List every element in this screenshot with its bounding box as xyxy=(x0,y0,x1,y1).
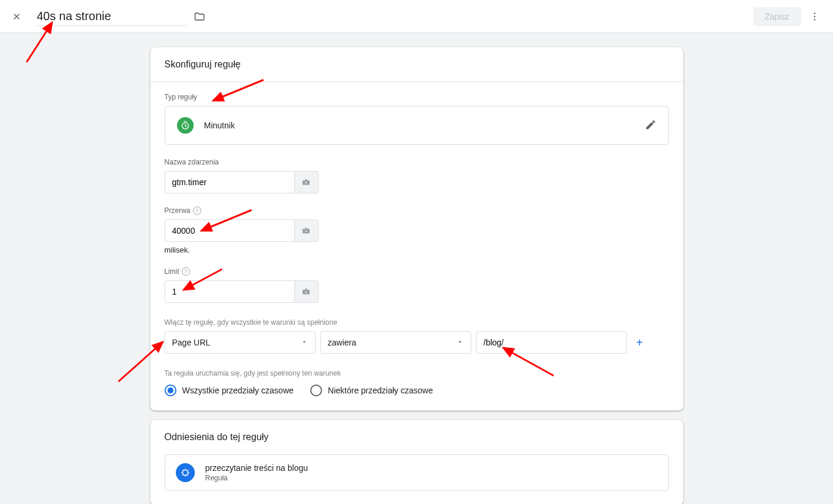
chevron-down-icon xyxy=(301,338,308,347)
trigger-name-input[interactable] xyxy=(37,7,186,26)
rule-type-selector[interactable]: Minutnik xyxy=(165,106,669,145)
event-name-label: Nazwa zdarzenia xyxy=(165,158,669,166)
svg-point-0 xyxy=(814,12,816,14)
interval-input[interactable] xyxy=(165,219,295,242)
variable-picker-button[interactable] xyxy=(295,219,319,242)
event-name-input[interactable] xyxy=(165,171,295,193)
svg-rect-7 xyxy=(305,228,307,229)
interval-label: Przerwa ? xyxy=(165,206,669,215)
fire-on-label: Ta reguła uruchamia się, gdy jest spełni… xyxy=(165,369,669,377)
rule-type-label: Typ reguły xyxy=(165,93,669,101)
edit-icon[interactable] xyxy=(645,119,657,133)
radio-icon xyxy=(310,385,322,396)
condition-row: Page URL zawiera + xyxy=(165,331,669,354)
chevron-down-icon xyxy=(456,338,464,347)
radio-icon xyxy=(165,385,176,396)
limit-label: Limit ? xyxy=(165,267,669,276)
condition-variable-select[interactable]: Page URL xyxy=(165,331,316,354)
variable-picker-button[interactable] xyxy=(295,280,319,303)
folder-icon[interactable] xyxy=(194,11,205,22)
svg-point-10 xyxy=(182,470,188,476)
rule-type-value: Minutnik xyxy=(204,121,235,130)
condition-value-input[interactable] xyxy=(476,331,627,354)
more-menu-icon[interactable] xyxy=(806,8,824,25)
timer-icon xyxy=(177,117,194,134)
topbar: Zapisz xyxy=(0,0,833,33)
radio-all-intervals[interactable]: Wszystkie przedziały czasowe xyxy=(165,385,294,396)
help-icon[interactable]: ? xyxy=(182,267,190,276)
help-icon[interactable]: ? xyxy=(193,206,201,215)
references-card-title: Odniesienia do tej reguły xyxy=(150,420,683,454)
radio-all-label: Wszystkie przedziały czasowe xyxy=(182,386,294,395)
svg-point-1 xyxy=(814,15,816,17)
variable-picker-button[interactable] xyxy=(295,171,319,193)
close-icon[interactable] xyxy=(9,9,24,24)
trigger-badge-icon xyxy=(176,463,195,482)
configure-card-title: Skonfiguruj regułę xyxy=(150,47,683,82)
svg-rect-9 xyxy=(305,289,307,290)
condition-operator-select[interactable]: zawiera xyxy=(320,331,471,354)
reference-item-title: przeczytanie treści na blogu xyxy=(205,463,308,473)
references-card: Odniesienia do tej reguły przeczytanie t… xyxy=(150,420,683,504)
interval-unit: milisek. xyxy=(165,245,669,254)
radio-some-label: Niektóre przedziały czasowe xyxy=(328,386,433,395)
reference-item-sub: Reguła xyxy=(205,474,308,482)
svg-rect-5 xyxy=(305,179,307,180)
radio-some-intervals[interactable]: Niektóre przedziały czasowe xyxy=(310,385,433,396)
limit-input[interactable] xyxy=(165,280,295,303)
reference-item[interactable]: przeczytanie treści na blogu Reguła xyxy=(165,454,669,491)
svg-point-2 xyxy=(814,18,816,20)
add-condition-button[interactable]: + xyxy=(632,334,648,352)
enable-conditions-label: Włącz tę regułę, gdy wszystkie te warunk… xyxy=(165,318,669,327)
configure-card: Skonfiguruj regułę Typ reguły Minutnik N… xyxy=(150,47,683,411)
save-button[interactable]: Zapisz xyxy=(753,7,801,26)
